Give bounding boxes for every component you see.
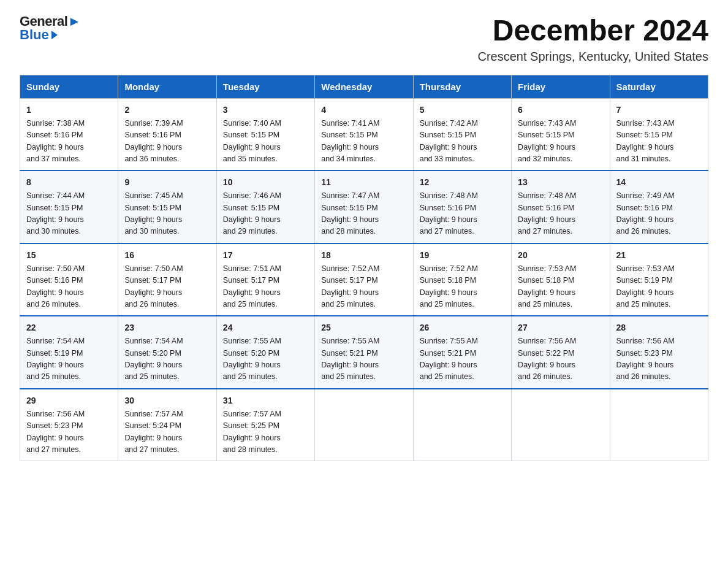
day-number: 14 [616, 176, 702, 189]
calendar-cell: 20Sunrise: 7:53 AMSunset: 5:18 PMDayligh… [512, 243, 610, 316]
day-info: Sunrise: 7:39 AMSunset: 5:16 PMDaylight:… [124, 118, 210, 166]
calendar-cell [512, 389, 610, 461]
calendar-week-row: 1Sunrise: 7:38 AMSunset: 5:16 PMDaylight… [20, 98, 708, 170]
day-info: Sunrise: 7:45 AMSunset: 5:15 PMDaylight:… [124, 190, 210, 238]
day-info: Sunrise: 7:43 AMSunset: 5:15 PMDaylight:… [616, 118, 702, 166]
day-info: Sunrise: 7:55 AMSunset: 5:20 PMDaylight:… [223, 335, 308, 383]
calendar-cell: 13Sunrise: 7:48 AMSunset: 5:16 PMDayligh… [512, 170, 610, 243]
day-number: 3 [223, 104, 308, 117]
day-info: Sunrise: 7:47 AMSunset: 5:15 PMDaylight:… [321, 190, 406, 238]
calendar-cell: 29Sunrise: 7:56 AMSunset: 5:23 PMDayligh… [20, 389, 118, 461]
day-number: 22 [26, 321, 112, 334]
title-block: December 2024 Crescent Springs, Kentucky… [478, 15, 708, 64]
day-info: Sunrise: 7:51 AMSunset: 5:17 PMDaylight:… [223, 263, 308, 311]
day-number: 31 [223, 394, 308, 407]
calendar-cell: 30Sunrise: 7:57 AMSunset: 5:24 PMDayligh… [118, 389, 216, 461]
calendar-cell: 19Sunrise: 7:52 AMSunset: 5:18 PMDayligh… [413, 243, 511, 316]
day-info: Sunrise: 7:55 AMSunset: 5:21 PMDaylight:… [321, 335, 406, 383]
calendar-cell: 26Sunrise: 7:55 AMSunset: 5:21 PMDayligh… [413, 316, 511, 389]
day-number: 28 [616, 321, 702, 334]
calendar-table: SundayMondayTuesdayWednesdayThursdayFrid… [20, 75, 708, 462]
calendar-week-row: 22Sunrise: 7:54 AMSunset: 5:19 PMDayligh… [20, 316, 708, 389]
day-number: 6 [518, 104, 603, 117]
day-info: Sunrise: 7:41 AMSunset: 5:15 PMDaylight:… [321, 118, 406, 166]
calendar-cell: 3Sunrise: 7:40 AMSunset: 5:15 PMDaylight… [216, 98, 314, 170]
day-info: Sunrise: 7:46 AMSunset: 5:15 PMDaylight:… [223, 190, 308, 238]
day-info: Sunrise: 7:52 AMSunset: 5:18 PMDaylight:… [420, 263, 505, 311]
day-number: 9 [124, 176, 210, 189]
calendar-cell: 21Sunrise: 7:53 AMSunset: 5:19 PMDayligh… [610, 243, 708, 316]
calendar-cell: 1Sunrise: 7:38 AMSunset: 5:16 PMDaylight… [20, 98, 118, 170]
calendar-cell: 7Sunrise: 7:43 AMSunset: 5:15 PMDaylight… [610, 98, 708, 170]
location: Crescent Springs, Kentucky, United State… [478, 50, 708, 64]
calendar-cell: 14Sunrise: 7:49 AMSunset: 5:16 PMDayligh… [610, 170, 708, 243]
day-info: Sunrise: 7:40 AMSunset: 5:15 PMDaylight:… [223, 118, 308, 166]
day-number: 19 [420, 249, 505, 262]
day-number: 7 [616, 104, 702, 117]
day-info: Sunrise: 7:54 AMSunset: 5:19 PMDaylight:… [26, 335, 112, 383]
day-info: Sunrise: 7:56 AMSunset: 5:23 PMDaylight:… [616, 335, 702, 383]
calendar-cell: 8Sunrise: 7:44 AMSunset: 5:15 PMDaylight… [20, 170, 118, 243]
day-info: Sunrise: 7:57 AMSunset: 5:24 PMDaylight:… [124, 408, 210, 456]
day-number: 26 [420, 321, 505, 334]
day-number: 4 [321, 104, 406, 117]
day-number: 24 [223, 321, 308, 334]
day-number: 25 [321, 321, 406, 334]
calendar-cell: 11Sunrise: 7:47 AMSunset: 5:15 PMDayligh… [315, 170, 413, 243]
day-number: 10 [223, 176, 308, 189]
header-sunday: Sunday [20, 75, 118, 98]
day-number: 29 [26, 394, 112, 407]
calendar-cell: 23Sunrise: 7:54 AMSunset: 5:20 PMDayligh… [118, 316, 216, 389]
day-number: 11 [321, 176, 406, 189]
calendar-cell: 17Sunrise: 7:51 AMSunset: 5:17 PMDayligh… [216, 243, 314, 316]
day-info: Sunrise: 7:50 AMSunset: 5:17 PMDaylight:… [124, 263, 210, 311]
day-number: 27 [518, 321, 603, 334]
calendar-week-row: 15Sunrise: 7:50 AMSunset: 5:16 PMDayligh… [20, 243, 708, 316]
day-info: Sunrise: 7:54 AMSunset: 5:20 PMDaylight:… [124, 335, 210, 383]
calendar-cell: 12Sunrise: 7:48 AMSunset: 5:16 PMDayligh… [413, 170, 511, 243]
logo: General► Blue [20, 15, 81, 42]
day-info: Sunrise: 7:43 AMSunset: 5:15 PMDaylight:… [518, 118, 603, 166]
calendar-cell: 28Sunrise: 7:56 AMSunset: 5:23 PMDayligh… [610, 316, 708, 389]
calendar-cell: 10Sunrise: 7:46 AMSunset: 5:15 PMDayligh… [216, 170, 314, 243]
day-number: 2 [124, 104, 210, 117]
logo-general: General► [20, 15, 81, 28]
calendar-cell: 22Sunrise: 7:54 AMSunset: 5:19 PMDayligh… [20, 316, 118, 389]
calendar-cell [315, 389, 413, 461]
day-info: Sunrise: 7:44 AMSunset: 5:15 PMDaylight:… [26, 190, 112, 238]
calendar-week-row: 29Sunrise: 7:56 AMSunset: 5:23 PMDayligh… [20, 389, 708, 461]
day-number: 16 [124, 249, 210, 262]
logo-blue: Blue [20, 28, 58, 42]
day-number: 23 [124, 321, 210, 334]
header-wednesday: Wednesday [315, 75, 413, 98]
day-info: Sunrise: 7:49 AMSunset: 5:16 PMDaylight:… [616, 190, 702, 238]
day-info: Sunrise: 7:53 AMSunset: 5:19 PMDaylight:… [616, 263, 702, 311]
calendar-week-row: 8Sunrise: 7:44 AMSunset: 5:15 PMDaylight… [20, 170, 708, 243]
page-header: General► Blue December 2024 Crescent Spr… [20, 15, 708, 64]
header-tuesday: Tuesday [216, 75, 314, 98]
calendar-cell: 15Sunrise: 7:50 AMSunset: 5:16 PMDayligh… [20, 243, 118, 316]
calendar-cell: 18Sunrise: 7:52 AMSunset: 5:17 PMDayligh… [315, 243, 413, 316]
day-info: Sunrise: 7:48 AMSunset: 5:16 PMDaylight:… [518, 190, 603, 238]
month-title: December 2024 [478, 15, 708, 47]
calendar-cell [413, 389, 511, 461]
calendar-cell: 27Sunrise: 7:56 AMSunset: 5:22 PMDayligh… [512, 316, 610, 389]
calendar-cell: 4Sunrise: 7:41 AMSunset: 5:15 PMDaylight… [315, 98, 413, 170]
day-number: 20 [518, 249, 603, 262]
calendar-cell: 2Sunrise: 7:39 AMSunset: 5:16 PMDaylight… [118, 98, 216, 170]
header-thursday: Thursday [413, 75, 511, 98]
day-number: 1 [26, 104, 112, 117]
day-info: Sunrise: 7:55 AMSunset: 5:21 PMDaylight:… [420, 335, 505, 383]
day-info: Sunrise: 7:56 AMSunset: 5:23 PMDaylight:… [26, 408, 112, 456]
day-info: Sunrise: 7:57 AMSunset: 5:25 PMDaylight:… [223, 408, 308, 456]
day-info: Sunrise: 7:53 AMSunset: 5:18 PMDaylight:… [518, 263, 603, 311]
day-number: 5 [420, 104, 505, 117]
day-number: 18 [321, 249, 406, 262]
calendar-cell: 9Sunrise: 7:45 AMSunset: 5:15 PMDaylight… [118, 170, 216, 243]
logo-arrow-icon [51, 31, 58, 39]
day-number: 21 [616, 249, 702, 262]
calendar-header-row: SundayMondayTuesdayWednesdayThursdayFrid… [20, 75, 708, 98]
day-info: Sunrise: 7:56 AMSunset: 5:22 PMDaylight:… [518, 335, 603, 383]
day-number: 17 [223, 249, 308, 262]
day-info: Sunrise: 7:52 AMSunset: 5:17 PMDaylight:… [321, 263, 406, 311]
